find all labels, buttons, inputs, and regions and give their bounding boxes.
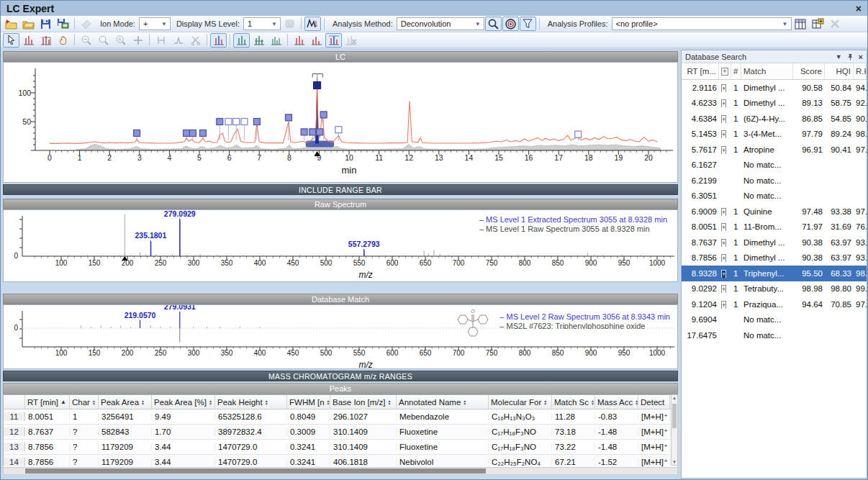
overlay-raw-extracted-toggle[interactable] xyxy=(210,33,227,47)
peak-marker-open[interactable] xyxy=(335,127,342,133)
scrollbar-thumb[interactable] xyxy=(25,468,486,474)
db-search-row[interactable]: 5.1453+13-(4-Met...97.7989.2498. xyxy=(682,127,867,142)
scroll-down-icon[interactable]: ▼ xyxy=(672,460,677,464)
raw-spectrum-plot[interactable]: – MS Level 1 Extracted Spectrum 3055 at … xyxy=(3,209,678,282)
show-annotated-peaks-toggle[interactable] xyxy=(325,33,342,47)
peak-marker-filled[interactable] xyxy=(217,119,223,125)
database-match-plot[interactable]: O – MS Level 2 Raw Spectrum 3056 at 8.93… xyxy=(3,304,678,369)
db-search-row[interactable]: 8.7856+1Dimethyl ...90.3863.9793. xyxy=(682,250,867,266)
expand-cell[interactable]: + xyxy=(719,130,731,138)
ion-mode-select[interactable]: +▼ xyxy=(139,17,171,30)
peak-marker-open[interactable] xyxy=(225,119,232,125)
column-header[interactable]: Peak Area [%]▲▼ xyxy=(152,395,215,409)
expand-icon[interactable]: + xyxy=(721,239,726,247)
mass-chromatogram-ranges-bar[interactable]: MASS CHROMATOGRAM m/z RANGES xyxy=(3,371,678,381)
peaks-panel-header[interactable]: Peaks xyxy=(3,383,678,394)
analysis-method-select[interactable]: Deconvolution▼ xyxy=(397,17,484,30)
db-search-row[interactable]: 9.0292+1Tetrabuty...98.9898.8099. xyxy=(682,281,867,297)
peak-marker-filled[interactable] xyxy=(134,130,140,137)
zoom-tool[interactable] xyxy=(95,33,112,47)
open-with-method-button[interactable] xyxy=(3,17,19,31)
peak-marker-filled[interactable] xyxy=(253,119,260,125)
peak-width-tool[interactable] xyxy=(153,33,169,47)
expand-icon[interactable]: + xyxy=(721,254,726,262)
column-header-hqi[interactable]: HQI xyxy=(825,63,854,79)
expand-icon[interactable]: + xyxy=(721,285,726,293)
pin-icon[interactable] xyxy=(847,53,854,60)
open-file-button[interactable] xyxy=(20,17,37,31)
expand-icon[interactable]: + xyxy=(721,301,726,309)
db-search-row[interactable]: 2.9116+1Dimethyl ...90.5850.8494. xyxy=(682,80,867,96)
analysis-profiles-select[interactable]: <no profile>▼ xyxy=(612,17,792,30)
peaks-vertical-scrollbar[interactable]: ▲▼ xyxy=(671,394,678,466)
cut-tool[interactable] xyxy=(187,33,204,47)
table-row[interactable]: 138.7856?11792093.441470729.00.3241310.1… xyxy=(4,440,677,455)
expand-icon[interactable]: + xyxy=(721,130,726,138)
panel-menu-icon[interactable]: ▼ xyxy=(836,53,842,60)
expand-icon[interactable]: + xyxy=(721,270,726,278)
pan-tool[interactable] xyxy=(55,33,71,47)
show-centroid-spectrum-toggle[interactable] xyxy=(250,33,267,47)
expand-cell[interactable]: + xyxy=(719,99,731,107)
peak-marker-filled[interactable] xyxy=(309,129,316,135)
db-search-row[interactable]: 6.9009+1Quinine97.4893.3897. xyxy=(682,204,867,219)
lc-panel-header[interactable]: LC xyxy=(3,51,678,62)
db-search-row[interactable]: 9.1204+1Praziqua...94.6470.8597. xyxy=(682,296,867,312)
column-header[interactable]: Match Sc▲▼ xyxy=(552,395,595,409)
column-header[interactable]: Detect xyxy=(638,395,670,409)
db-search-row[interactable]: 8.0051+111-Brom...71.9731.6976. xyxy=(682,219,867,235)
include-range-bar[interactable]: INCLUDE RANGE BAR xyxy=(3,184,678,195)
selected-peak-marker[interactable] xyxy=(314,82,321,89)
peak-marker-filled[interactable] xyxy=(199,130,206,137)
show-tic-toggle[interactable] xyxy=(291,33,307,47)
peak-pick-tool[interactable] xyxy=(20,33,37,47)
column-header[interactable]: FWHM [n▲▼ xyxy=(287,395,330,409)
clear-overlays-button[interactable] xyxy=(343,33,359,47)
expand-all-icon[interactable]: + xyxy=(721,68,728,76)
window-close-button[interactable]: × xyxy=(856,4,862,14)
column-header[interactable]: Molecular For▲▼ xyxy=(489,395,552,409)
db-search-row[interactable]: 6.3051No matc... xyxy=(682,189,867,204)
save-workspace-button[interactable] xyxy=(55,17,71,31)
column-header[interactable]: RT [min]▲ xyxy=(25,395,70,409)
delete-profile-button[interactable] xyxy=(827,17,844,31)
column-header-rh[interactable]: R.H xyxy=(854,63,867,79)
table-row[interactable]: 118.0051132564919.4965325128.60.8049296.… xyxy=(4,409,677,425)
close-panel-icon[interactable]: × xyxy=(859,53,863,61)
expand-cell[interactable]: + xyxy=(719,114,731,123)
zoom-auto-tool[interactable]: A xyxy=(112,33,129,47)
db-search-row[interactable]: 4.6233+1Dimethyl ...89.1358.7592. xyxy=(682,96,867,112)
save-button[interactable] xyxy=(37,17,54,31)
raw-spectrum-header[interactable]: Raw Spectrum xyxy=(3,199,678,209)
column-header[interactable]: Char▲▼ xyxy=(70,395,99,409)
search-button[interactable] xyxy=(485,17,502,31)
column-header-score[interactable]: Score xyxy=(793,63,825,79)
peak-marker-filled[interactable] xyxy=(184,130,190,137)
show-profile-spectrum-toggle[interactable] xyxy=(233,33,250,47)
column-header[interactable]: Annotated Name▲▼ xyxy=(397,395,489,409)
column-header[interactable]: Peak Height▲▼ xyxy=(215,395,287,409)
db-search-row[interactable]: 9.6904No matc... xyxy=(682,312,867,328)
column-header[interactable]: Peak Area▲▼ xyxy=(99,395,152,409)
db-search-row[interactable]: 6.2199No matc... xyxy=(682,173,867,189)
crosshair-tool[interactable] xyxy=(130,33,146,47)
region-select-tool[interactable] xyxy=(37,33,54,47)
zoom-out-tool[interactable] xyxy=(78,33,94,47)
column-header[interactable]: Mass Acc▲▼ xyxy=(595,395,638,409)
target-button[interactable] xyxy=(502,17,519,31)
expand-icon[interactable]: + xyxy=(721,84,726,92)
column-header-match[interactable]: Match xyxy=(741,63,793,79)
database-search-titlebar[interactable]: Database Search ▼ × xyxy=(682,50,867,63)
annotate-button[interactable] xyxy=(78,17,94,31)
lc-chromatogram-plot[interactable]: 5010001234567891011121314151617181920min xyxy=(3,62,678,183)
scroll-up-icon[interactable]: ▲ xyxy=(672,396,677,400)
column-header-expand[interactable]: + xyxy=(719,63,731,79)
db-search-row[interactable]: 4.6384+1(6Z)-4-Hy...86.8554.8590. xyxy=(682,111,867,127)
peak-marker-filled[interactable] xyxy=(320,112,327,118)
profile-manage-button[interactable] xyxy=(810,17,826,31)
db-search-row[interactable]: 5.7617+1Atropine96.9190.4197. xyxy=(682,142,867,158)
expand-icon[interactable]: + xyxy=(721,208,726,216)
show-sticks-toggle[interactable] xyxy=(268,33,284,47)
peak-marker-filled[interactable] xyxy=(317,129,323,135)
scrollbar-thumb[interactable] xyxy=(672,404,677,428)
